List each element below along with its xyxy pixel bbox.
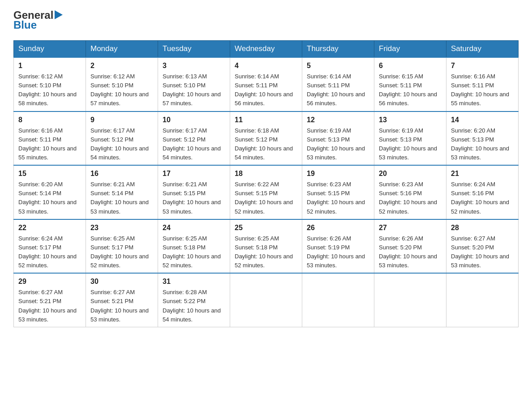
day-number: 2 [90,60,153,71]
col-header-thursday: Thursday [302,41,374,58]
day-number: 21 [451,168,514,179]
calendar-cell [302,273,374,327]
day-info: Sunrise: 6:25 AMSunset: 5:18 PMDaylight:… [235,234,297,270]
calendar-cell: 11Sunrise: 6:18 AMSunset: 5:12 PMDayligh… [230,111,302,166]
day-number: 9 [90,115,153,125]
calendar-cell: 28Sunrise: 6:27 AMSunset: 5:20 PMDayligh… [446,219,519,274]
day-number: 22 [18,223,81,233]
calendar-cell: 1Sunrise: 6:12 AMSunset: 5:10 PMDaylight… [14,57,86,111]
day-number: 3 [163,60,225,71]
calendar-cell [230,273,302,327]
day-info: Sunrise: 6:12 AMSunset: 5:10 PMDaylight:… [90,72,153,108]
calendar-cell: 13Sunrise: 6:19 AMSunset: 5:13 PMDayligh… [374,111,446,166]
day-info: Sunrise: 6:15 AMSunset: 5:11 PMDaylight:… [379,72,442,108]
day-info: Sunrise: 6:13 AMSunset: 5:10 PMDaylight:… [163,72,225,108]
calendar-cell: 10Sunrise: 6:17 AMSunset: 5:12 PMDayligh… [158,111,230,166]
calendar-cell: 7Sunrise: 6:16 AMSunset: 5:11 PMDaylight… [446,57,519,111]
day-number: 23 [90,223,153,233]
day-number: 28 [451,223,514,233]
calendar-cell: 23Sunrise: 6:25 AMSunset: 5:17 PMDayligh… [86,219,158,274]
day-info: Sunrise: 6:23 AMSunset: 5:15 PMDaylight:… [307,180,369,216]
day-number: 1 [18,60,81,71]
calendar-week-4: 22Sunrise: 6:24 AMSunset: 5:17 PMDayligh… [14,219,519,274]
day-info: Sunrise: 6:26 AMSunset: 5:19 PMDaylight:… [307,234,369,270]
day-number: 13 [379,115,442,125]
day-info: Sunrise: 6:27 AMSunset: 5:21 PMDaylight:… [90,288,153,324]
day-number: 10 [163,115,225,125]
calendar-cell: 4Sunrise: 6:14 AMSunset: 5:11 PMDaylight… [230,57,302,111]
day-number: 4 [235,60,297,71]
day-info: Sunrise: 6:12 AMSunset: 5:10 PMDaylight:… [18,72,81,108]
logo-blue-text: Blue [13,19,63,31]
calendar-cell: 9Sunrise: 6:17 AMSunset: 5:12 PMDaylight… [86,111,158,166]
day-info: Sunrise: 6:18 AMSunset: 5:12 PMDaylight:… [235,126,297,163]
calendar-cell: 17Sunrise: 6:21 AMSunset: 5:15 PMDayligh… [158,165,230,219]
calendar-week-2: 8Sunrise: 6:16 AMSunset: 5:11 PMDaylight… [14,111,519,166]
calendar-cell: 15Sunrise: 6:20 AMSunset: 5:14 PMDayligh… [14,165,86,219]
col-header-monday: Monday [86,41,158,58]
col-header-tuesday: Tuesday [158,41,230,58]
calendar-cell: 25Sunrise: 6:25 AMSunset: 5:18 PMDayligh… [230,219,302,274]
calendar-cell: 14Sunrise: 6:20 AMSunset: 5:13 PMDayligh… [446,111,519,166]
day-number: 27 [379,223,442,233]
day-info: Sunrise: 6:14 AMSunset: 5:11 PMDaylight:… [235,72,297,108]
col-header-wednesday: Wednesday [230,41,302,58]
day-info: Sunrise: 6:17 AMSunset: 5:12 PMDaylight:… [163,126,225,163]
day-info: Sunrise: 6:27 AMSunset: 5:20 PMDaylight:… [451,234,514,270]
day-number: 16 [90,168,153,179]
calendar-cell: 5Sunrise: 6:14 AMSunset: 5:11 PMDaylight… [302,57,374,111]
day-number: 8 [18,115,81,125]
calendar-cell: 3Sunrise: 6:13 AMSunset: 5:10 PMDaylight… [158,57,230,111]
col-header-sunday: Sunday [14,41,86,58]
calendar-cell: 20Sunrise: 6:23 AMSunset: 5:16 PMDayligh… [374,165,446,219]
day-info: Sunrise: 6:19 AMSunset: 5:13 PMDaylight:… [307,126,369,163]
day-number: 20 [379,168,442,179]
day-info: Sunrise: 6:21 AMSunset: 5:15 PMDaylight:… [163,180,225,216]
calendar-cell [446,273,519,327]
calendar-table: SundayMondayTuesdayWednesdayThursdayFrid… [13,40,519,327]
day-number: 25 [235,223,297,233]
day-number: 6 [379,60,442,71]
calendar-cell: 24Sunrise: 6:25 AMSunset: 5:18 PMDayligh… [158,219,230,274]
calendar-cell: 2Sunrise: 6:12 AMSunset: 5:10 PMDaylight… [86,57,158,111]
page-header: General Blue [13,9,519,31]
day-info: Sunrise: 6:24 AMSunset: 5:17 PMDaylight:… [18,234,81,270]
calendar-cell: 27Sunrise: 6:26 AMSunset: 5:20 PMDayligh… [374,219,446,274]
day-number: 30 [90,276,153,287]
calendar-cell: 31Sunrise: 6:28 AMSunset: 5:22 PMDayligh… [158,273,230,327]
calendar-cell [374,273,446,327]
day-number: 17 [163,168,225,179]
day-info: Sunrise: 6:21 AMSunset: 5:14 PMDaylight:… [90,180,153,216]
calendar-cell: 29Sunrise: 6:27 AMSunset: 5:21 PMDayligh… [14,273,86,327]
day-info: Sunrise: 6:16 AMSunset: 5:11 PMDaylight:… [451,72,514,108]
day-info: Sunrise: 6:25 AMSunset: 5:17 PMDaylight:… [90,234,153,270]
day-number: 26 [307,223,369,233]
calendar-cell: 21Sunrise: 6:24 AMSunset: 5:16 PMDayligh… [446,165,519,219]
day-number: 7 [451,60,514,71]
day-info: Sunrise: 6:17 AMSunset: 5:12 PMDaylight:… [90,126,153,163]
day-info: Sunrise: 6:14 AMSunset: 5:11 PMDaylight:… [307,72,369,108]
day-number: 5 [307,60,369,71]
day-number: 14 [451,115,514,125]
calendar-cell: 30Sunrise: 6:27 AMSunset: 5:21 PMDayligh… [86,273,158,327]
day-info: Sunrise: 6:25 AMSunset: 5:18 PMDaylight:… [163,234,225,270]
col-header-friday: Friday [374,41,446,58]
day-number: 24 [163,223,225,233]
day-number: 11 [235,115,297,125]
day-info: Sunrise: 6:20 AMSunset: 5:14 PMDaylight:… [18,180,81,216]
calendar-cell: 8Sunrise: 6:16 AMSunset: 5:11 PMDaylight… [14,111,86,166]
calendar-week-5: 29Sunrise: 6:27 AMSunset: 5:21 PMDayligh… [14,273,519,327]
calendar-cell: 22Sunrise: 6:24 AMSunset: 5:17 PMDayligh… [14,219,86,274]
calendar-week-1: 1Sunrise: 6:12 AMSunset: 5:10 PMDaylight… [14,57,519,111]
calendar-week-3: 15Sunrise: 6:20 AMSunset: 5:14 PMDayligh… [14,165,519,219]
day-info: Sunrise: 6:28 AMSunset: 5:22 PMDaylight:… [163,288,225,324]
col-header-saturday: Saturday [446,41,519,58]
calendar-cell: 18Sunrise: 6:22 AMSunset: 5:15 PMDayligh… [230,165,302,219]
day-info: Sunrise: 6:19 AMSunset: 5:13 PMDaylight:… [379,126,442,163]
calendar-cell: 12Sunrise: 6:19 AMSunset: 5:13 PMDayligh… [302,111,374,166]
svg-marker-0 [55,10,63,19]
day-number: 15 [18,168,81,179]
day-info: Sunrise: 6:20 AMSunset: 5:13 PMDaylight:… [451,126,514,163]
day-number: 18 [235,168,297,179]
day-info: Sunrise: 6:27 AMSunset: 5:21 PMDaylight:… [18,288,81,324]
